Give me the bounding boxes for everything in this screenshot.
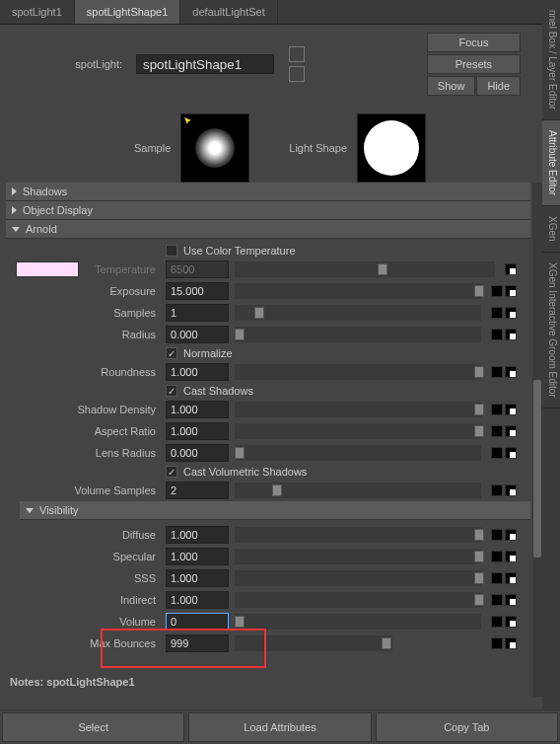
volume-slider[interactable]	[235, 614, 481, 630]
io-icon2[interactable]	[289, 66, 305, 82]
shadow-density-slider[interactable]	[235, 402, 481, 417]
roundness-input[interactable]	[166, 363, 229, 381]
radius-slider[interactable]	[235, 327, 481, 342]
side-tab-channelbox[interactable]: nnel Box / Layer Editor	[542, 0, 560, 120]
tab-defaultlightset[interactable]: defaultLightSet	[180, 0, 277, 24]
map-icon[interactable]	[505, 329, 517, 340]
cast-vol-shadows-checkbox[interactable]	[166, 466, 177, 478]
diffuse-slider[interactable]	[235, 527, 481, 543]
connect-icon[interactable]	[491, 551, 503, 562]
presets-button[interactable]: Presets	[427, 54, 521, 74]
connect-icon[interactable]	[491, 529, 503, 541]
aspect-ratio-input[interactable]	[166, 422, 229, 440]
max-bounces-input[interactable]	[166, 634, 229, 652]
connect-icon[interactable]	[491, 366, 503, 378]
node-type-label: spotLight:	[10, 58, 128, 70]
volume-input[interactable]	[166, 613, 229, 631]
roundness-slider[interactable]	[235, 364, 481, 380]
scrollbar[interactable]	[532, 183, 542, 697]
specular-label: Specular	[6, 551, 160, 562]
samples-input[interactable]	[166, 304, 229, 322]
map-icon[interactable]	[505, 263, 517, 275]
section-arnold[interactable]: Arnold	[6, 220, 530, 239]
focus-button[interactable]: Focus	[427, 33, 521, 52]
map-icon[interactable]	[505, 616, 517, 628]
cast-shadows-checkbox[interactable]	[166, 385, 177, 397]
load-attributes-button[interactable]: Load Attributes	[188, 712, 371, 742]
section-visibility[interactable]: Visibility	[20, 501, 530, 520]
connect-icon[interactable]	[491, 329, 503, 340]
show-button[interactable]: Show	[427, 76, 476, 96]
connect-icon[interactable]	[491, 637, 503, 649]
scrollbar-thumb[interactable]	[533, 380, 541, 558]
normalize-checkbox[interactable]	[166, 347, 177, 359]
map-icon[interactable]	[505, 285, 517, 297]
connect-icon[interactable]	[491, 447, 503, 459]
map-icon[interactable]	[505, 404, 517, 415]
map-icon[interactable]	[505, 551, 517, 562]
side-tab-xgen-groom[interactable]: XGen Interactive Groom Editor	[542, 253, 560, 409]
volume-label: Volume	[6, 616, 160, 628]
select-button[interactable]: Select	[2, 712, 184, 742]
connect-icon[interactable]	[491, 572, 503, 584]
map-icon[interactable]	[505, 572, 517, 584]
exposure-input[interactable]	[166, 282, 229, 300]
map-icon[interactable]	[505, 529, 517, 541]
diffuse-input[interactable]	[166, 526, 229, 544]
section-shadows[interactable]: Shadows	[6, 183, 530, 201]
cast-vol-shadows-label: Cast Volumetric Shadows	[183, 466, 307, 478]
temperature-input	[166, 260, 229, 278]
map-icon[interactable]	[505, 637, 517, 649]
max-bounces-label: Max Bounces	[6, 637, 160, 649]
sss-slider[interactable]	[235, 570, 481, 586]
sample-preview[interactable]	[180, 113, 249, 183]
lens-radius-label: Lens Radius	[6, 447, 160, 459]
specular-input[interactable]	[166, 548, 229, 565]
connect-icon[interactable]	[491, 307, 503, 319]
side-tabs: nnel Box / Layer Editor Attribute Editor…	[542, 0, 560, 709]
lens-radius-slider[interactable]	[235, 445, 481, 461]
aspect-ratio-label: Aspect Ratio	[6, 425, 160, 437]
aspect-ratio-slider[interactable]	[235, 423, 481, 439]
sss-input[interactable]	[166, 569, 229, 587]
radius-input[interactable]	[166, 326, 229, 343]
tab-spotlightshape1[interactable]: spotLightShape1	[75, 0, 181, 24]
connect-icon[interactable]	[491, 594, 503, 606]
hide-button[interactable]: Hide	[476, 76, 521, 96]
copy-tab-button[interactable]: Copy Tab	[376, 712, 558, 742]
footer: Select Load Attributes Copy Tab	[0, 709, 560, 744]
lens-radius-input[interactable]	[166, 444, 229, 462]
arrow-icon	[183, 116, 195, 128]
connect-icon[interactable]	[491, 404, 503, 415]
side-tab-xgen[interactable]: XGen	[542, 206, 560, 253]
max-bounces-slider[interactable]	[235, 635, 392, 651]
map-icon[interactable]	[505, 447, 517, 459]
map-icon[interactable]	[505, 594, 517, 606]
connect-icon[interactable]	[491, 425, 503, 437]
indirect-slider[interactable]	[235, 592, 481, 608]
lightshape-preview[interactable]	[357, 113, 426, 183]
node-name-input[interactable]	[136, 54, 274, 74]
indirect-input[interactable]	[166, 591, 229, 609]
io-icon[interactable]	[289, 46, 305, 62]
map-icon[interactable]	[505, 425, 517, 437]
volume-samples-input[interactable]	[166, 482, 229, 499]
tab-spotlight1[interactable]: spotLight1	[0, 0, 75, 24]
map-icon[interactable]	[505, 484, 517, 496]
samples-slider[interactable]	[235, 305, 481, 321]
use-color-temp-checkbox[interactable]	[166, 245, 177, 257]
volume-samples-slider[interactable]	[235, 483, 481, 498]
side-tab-attribute-editor[interactable]: Attribute Editor	[542, 120, 560, 206]
connect-icon[interactable]	[491, 285, 503, 297]
sample-label: Sample	[134, 142, 171, 154]
samples-label: Samples	[6, 307, 160, 319]
connect-icon[interactable]	[491, 484, 503, 496]
color-swatch[interactable]	[16, 261, 79, 277]
map-icon[interactable]	[505, 366, 517, 378]
connect-icon[interactable]	[491, 616, 503, 628]
specular-slider[interactable]	[235, 549, 481, 564]
exposure-slider[interactable]	[235, 283, 481, 299]
shadow-density-input[interactable]	[166, 401, 229, 418]
map-icon[interactable]	[505, 307, 517, 319]
section-object-display[interactable]: Object Display	[6, 201, 530, 220]
